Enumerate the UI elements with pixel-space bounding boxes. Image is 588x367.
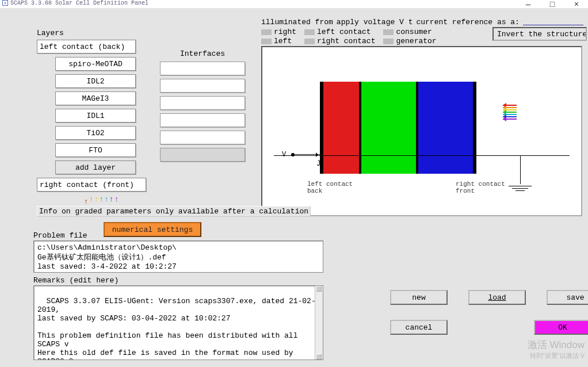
interfaces-header: Interfaces [160,49,245,58]
info-message: Info on graded parameters only available… [37,206,311,217]
illuminated-label: illuminated from [261,18,333,26]
layer-button[interactable]: FTO [55,143,136,157]
remarks-textarea[interactable]: SCAPS 3.3.07 ELIS-UGent: Version scaps33… [33,285,323,360]
opt-ref-consumer[interactable]: consumer [383,28,436,36]
layer-button[interactable]: IDL2 [55,74,136,88]
opt-volt-right[interactable]: right contact [304,37,375,45]
minimize-icon[interactable]: — [521,0,535,9]
layer-button[interactable]: spiro-MeOTAD [55,57,136,71]
layers-header: Layers [37,29,146,37]
ok-button[interactable]: OK [534,320,588,335]
opt-illum-left[interactable]: left [261,37,296,45]
invert-structure-button[interactable]: Invert the structure [492,27,587,41]
current-label: J [316,160,320,168]
diagram-left-label: left contact [307,181,353,188]
new-button[interactable]: new [390,290,448,305]
remarks-label: Remarks (edit here) [33,276,119,285]
left-contact-button[interactable]: left contact (back) [37,40,136,53]
diagram-front-label: front [456,188,505,194]
cancel-button[interactable]: cancel [390,320,448,335]
save-button[interactable]: save [547,290,588,305]
windows-watermark: 激活 Window 转到"设置"以激活 V [528,338,585,360]
diagram-back-label: back [307,188,353,194]
opt-volt-left[interactable]: left contact [304,28,375,36]
voltage-label: apply voltage V t [337,18,413,26]
interface-slot[interactable] [160,113,245,127]
scrollbar[interactable] [315,286,323,360]
remarks-text: SCAPS 3.3.07 ELIS-UGent: Version scaps33… [37,297,316,360]
currentref-label: current reference as a: [416,18,519,26]
interface-slot[interactable] [160,148,245,162]
close-icon[interactable]: × [570,0,583,9]
voltage-label: V [282,151,286,159]
right-contact-button[interactable]: right contact (front) [37,178,146,192]
ground-icon [509,155,532,191]
layer-button[interactable]: TiO2 [55,126,136,140]
light-arrows-icon [503,105,517,120]
layer-button[interactable]: IDL1 [55,109,136,123]
layer-button[interactable]: MAGeI3 [55,91,136,105]
header-line [523,18,583,25]
numerical-settings-button[interactable]: numerical settings [104,222,201,237]
structure-diagram: V J left contact back right contact fron… [261,46,582,216]
problem-file-label: Problem file [33,231,87,240]
window-titlebar: ▾ SCAPS 3.3.08 Solar Cell Definition Pan… [0,0,588,8]
load-button[interactable]: load [468,290,526,305]
app-icon: ▾ [2,0,8,6]
add-layer-button[interactable]: add layer [55,160,136,174]
interface-slot[interactable] [160,79,245,93]
problem-file-box: c:\Users\Administrator\Desktop\ Ge基钙钛矿太阳… [33,240,323,273]
interface-slot[interactable] [160,62,245,75]
interface-slot[interactable] [160,96,245,110]
maximize-icon[interactable]: □ [545,0,559,9]
diagram-right-label: right contact [456,181,505,188]
opt-ref-generator[interactable]: generator [383,37,436,45]
rainbow-arrows-icon: ↑ ↑↑ ↑↑ ↑↑ [84,195,146,206]
opt-illum-right[interactable]: right [261,28,296,36]
window-title: SCAPS 3.3.08 Solar Cell Definition Panel [10,0,148,6]
interface-slot[interactable] [160,131,245,144]
